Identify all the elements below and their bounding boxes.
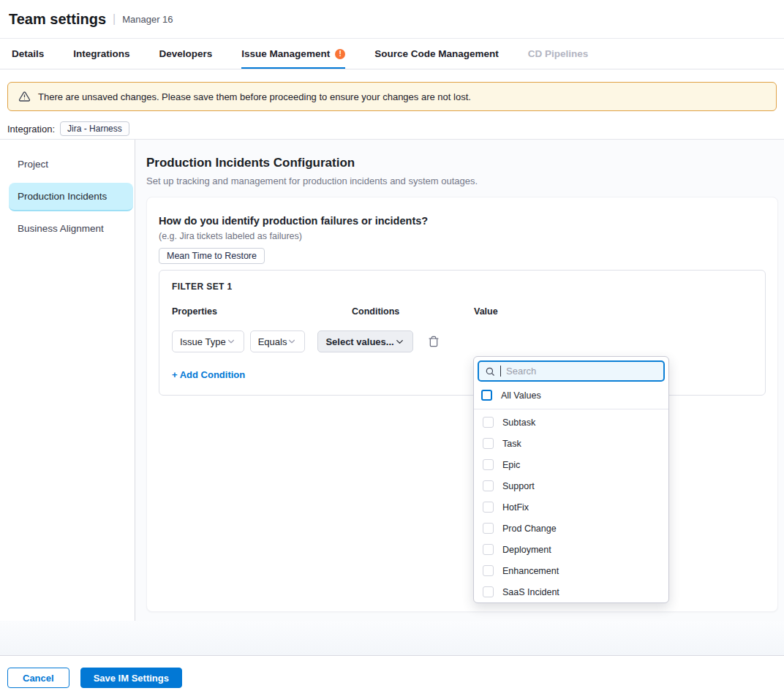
option-subtask[interactable]: Subtask bbox=[475, 412, 668, 433]
tab-issue-management[interactable]: Issue Management ! bbox=[241, 39, 345, 69]
option-epic[interactable]: Epic bbox=[475, 454, 668, 475]
unsaved-changes-banner: There are unsaved changes. Please save t… bbox=[7, 82, 777, 111]
unsaved-changes-text: There are unsaved changes. Please save t… bbox=[38, 91, 471, 102]
tab-bar: Details Integrations Developers Issue Ma… bbox=[0, 39, 784, 69]
dropdown-search-box bbox=[478, 360, 665, 382]
checkbox[interactable] bbox=[483, 502, 494, 513]
checkbox[interactable] bbox=[483, 417, 494, 428]
footer-action-bar: Cancel Save IM Settings bbox=[0, 656, 784, 699]
add-condition-button[interactable]: + Add Condition bbox=[172, 369, 245, 380]
tab-details[interactable]: Details bbox=[12, 39, 44, 69]
tab-cd-pipelines[interactable]: CD Pipelines bbox=[528, 39, 589, 69]
question-heading: How do you identify production failures … bbox=[159, 216, 766, 227]
cancel-button[interactable]: Cancel bbox=[7, 668, 69, 688]
page-header: Team settings | Manager 16 bbox=[0, 0, 784, 39]
title-divider: | bbox=[113, 12, 116, 26]
checkbox[interactable] bbox=[483, 459, 494, 470]
dropdown-search-input[interactable] bbox=[506, 366, 657, 377]
option-support[interactable]: Support bbox=[475, 475, 668, 496]
sidebar-item-business-alignment[interactable]: Business Alignment bbox=[9, 215, 133, 243]
properties-column-label: Properties bbox=[172, 306, 346, 317]
property-select[interactable]: Issue Type bbox=[172, 330, 244, 352]
warning-triangle-icon bbox=[18, 91, 31, 102]
option-saas-incident[interactable]: SaaS Incident bbox=[475, 581, 668, 602]
filter-set-1: FILTER SET 1 Properties Conditions Value… bbox=[159, 270, 766, 396]
chevron-down-icon bbox=[226, 336, 236, 347]
checkbox[interactable] bbox=[483, 586, 494, 597]
checkbox[interactable] bbox=[483, 544, 494, 555]
alert-badge-icon: ! bbox=[335, 49, 345, 59]
integration-chip[interactable]: Jira - Harness bbox=[60, 121, 129, 136]
page-title: Team settings bbox=[9, 11, 106, 28]
conditions-column-label: Conditions bbox=[352, 306, 461, 317]
settings-sidebar: Project Production Incidents Business Al… bbox=[0, 140, 135, 621]
all-values-checkbox[interactable] bbox=[481, 390, 492, 401]
sidebar-item-production-incidents[interactable]: Production Incidents bbox=[9, 183, 133, 211]
filter-column-headers: Properties Conditions Value bbox=[172, 306, 753, 317]
option-task[interactable]: Task bbox=[475, 433, 668, 454]
checkbox[interactable] bbox=[483, 565, 494, 576]
integration-row: Integration: Jira - Harness bbox=[0, 121, 784, 137]
dropdown-option-list[interactable]: Subtask Task Epic Support HotFix Prod Ch… bbox=[474, 409, 668, 603]
search-icon bbox=[485, 366, 495, 377]
value-dropdown-popover: All Values Subtask Task Epic Support Hot… bbox=[473, 356, 669, 603]
checkbox[interactable] bbox=[483, 523, 494, 534]
main-panel: Production Incidents Configuration Set u… bbox=[135, 140, 784, 621]
option-enhancement[interactable]: Enhancement bbox=[475, 560, 668, 581]
chevron-down-icon bbox=[394, 336, 405, 347]
option-deployment[interactable]: Deployment bbox=[475, 539, 668, 560]
option-prod-change[interactable]: Prod Change bbox=[475, 518, 668, 539]
text-caret bbox=[500, 366, 501, 377]
filter-set-title: FILTER SET 1 bbox=[172, 282, 753, 292]
tab-developers[interactable]: Developers bbox=[159, 39, 213, 69]
trash-icon bbox=[428, 336, 440, 347]
team-settings-page: Team settings | Manager 16 Details Integ… bbox=[0, 0, 784, 699]
value-column-label: Value bbox=[474, 306, 719, 317]
section-subtitle: Set up tracking and management for produ… bbox=[146, 176, 778, 186]
page-subtitle: Manager 16 bbox=[122, 14, 173, 25]
bottom-spacer-strip bbox=[0, 621, 784, 656]
integration-label: Integration: bbox=[7, 124, 55, 135]
save-im-settings-button[interactable]: Save IM Settings bbox=[80, 668, 182, 688]
checkbox[interactable] bbox=[483, 438, 494, 449]
sidebar-item-project[interactable]: Project bbox=[9, 151, 133, 179]
tab-integrations[interactable]: Integrations bbox=[73, 39, 129, 69]
chevron-down-icon bbox=[287, 336, 297, 347]
value-multiselect[interactable]: Select values... bbox=[317, 330, 412, 352]
option-customer-notification[interactable]: Customer Notification bbox=[475, 602, 668, 603]
section-title: Production Incidents Configuration bbox=[146, 156, 778, 170]
tab-source-code-management[interactable]: Source Code Management bbox=[374, 39, 499, 69]
option-hotfix[interactable]: HotFix bbox=[475, 496, 668, 518]
condition-select[interactable]: Equals bbox=[250, 330, 306, 352]
checkbox[interactable] bbox=[483, 480, 494, 491]
delete-filter-button[interactable] bbox=[428, 336, 440, 347]
question-hint: (e.g. Jira tickets labeled as failures) bbox=[159, 232, 766, 241]
incidents-config-card: How do you identify production failures … bbox=[146, 197, 778, 612]
metric-chip-mttr[interactable]: Mean Time to Restore bbox=[159, 248, 265, 264]
filter-condition-row: Issue Type Equals Select values... bbox=[172, 330, 753, 352]
option-all-values[interactable]: All Values bbox=[474, 385, 668, 407]
